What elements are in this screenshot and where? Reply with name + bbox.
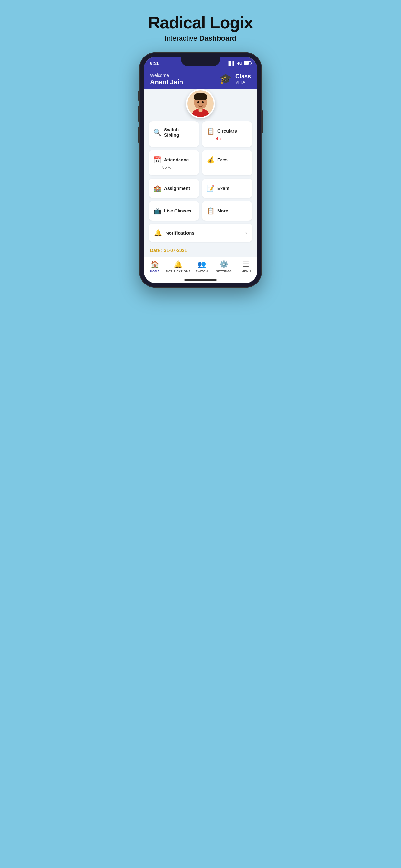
switch-sibling-icon: 🔍 — [153, 128, 161, 136]
settings-icon: ⚙️ — [220, 260, 228, 269]
notch — [181, 57, 220, 66]
side-btn-power — [262, 111, 263, 133]
side-btn-vol-up — [138, 105, 139, 122]
exam-card[interactable]: 📝 Exam — [202, 179, 252, 198]
class-text: Class VIII A — [235, 73, 251, 85]
side-btn-vol-down — [138, 127, 139, 143]
home-icon: 🏠 — [150, 260, 159, 269]
switch-sibling-label: Switch Sibling — [164, 127, 194, 137]
nav-home[interactable]: 🏠 HOME — [144, 260, 166, 273]
bottom-nav: 🏠 HOME 🔔 NOTIFICATIONS 👥 SWITCH ⚙️ SETTI… — [144, 257, 257, 279]
fees-icon: 💰 — [207, 156, 215, 164]
more-label: More — [217, 208, 228, 213]
exam-label: Exam — [217, 186, 229, 191]
attendance-card[interactable]: 📅 Attendance 85 % — [149, 150, 199, 175]
class-value: VIII A — [235, 80, 251, 85]
nav-notifications[interactable]: 🔔 NOTIFICATIONS — [166, 260, 190, 273]
app-title: Radical Logix — [148, 13, 253, 32]
svg-point-7 — [202, 101, 204, 103]
date-bar: Date : 31-07-2021 — [149, 245, 252, 257]
grid-row-4: 📺 Live Classes 📋 More — [149, 201, 252, 221]
nav-switch[interactable]: 👥 SWITCH — [190, 260, 213, 273]
assignment-icon: 🏫 — [153, 184, 161, 192]
status-icons: ▐▌▌ 4G — [227, 61, 251, 66]
notifications-nav-label: NOTIFICATIONS — [166, 270, 190, 273]
notif-left: 🔔 Notifications — [154, 229, 195, 237]
user-name: Anant Jain — [150, 79, 183, 86]
exam-icon: 📝 — [207, 184, 215, 192]
menu-nav-label: MENU — [242, 270, 251, 273]
live-classes-icon: 📺 — [153, 207, 161, 215]
switch-icon: 👥 — [197, 260, 206, 269]
live-classes-card[interactable]: 📺 Live Classes — [149, 201, 199, 221]
card-icon-row: 💰 Fees — [207, 156, 248, 164]
network-type: 4G — [237, 61, 242, 66]
home-bar — [184, 279, 217, 281]
phone-screen: 8:51 ▐▌▌ 4G Welcome Anant Jain 🎓 Class V… — [144, 57, 257, 283]
circulars-icon: 📋 — [207, 127, 215, 135]
card-icon-row: 📋 More — [207, 207, 248, 215]
menu-icon: ☰ — [243, 260, 249, 269]
grid-row-2: 📅 Attendance 85 % 💰 Fees — [149, 150, 252, 175]
phone-shell: 8:51 ▐▌▌ 4G Welcome Anant Jain 🎓 Class V… — [139, 52, 262, 288]
circulars-count: 4 ↓ — [216, 136, 248, 141]
svg-rect-5 — [194, 96, 207, 100]
notifications-bar[interactable]: 🔔 Notifications › — [149, 224, 252, 242]
chevron-right-icon: › — [245, 229, 247, 237]
page-header: Radical Logix Interactive Dashboard — [148, 13, 253, 42]
home-nav-label: HOME — [150, 270, 159, 273]
switch-sibling-card[interactable]: 🔍 Switch Sibling — [149, 121, 199, 147]
user-info: Welcome Anant Jain — [150, 73, 183, 86]
card-icon-row: 📋 Circulars — [207, 127, 248, 135]
assignment-label: Assignment — [164, 186, 190, 191]
svg-point-6 — [197, 101, 199, 103]
notifications-label: Notifications — [165, 230, 195, 236]
card-icon-row: 🔍 Switch Sibling — [153, 127, 194, 137]
profile-section — [149, 89, 252, 118]
live-classes-label: Live Classes — [164, 208, 191, 213]
more-card[interactable]: 📋 More — [202, 201, 252, 221]
grid-row-3: 🏫 Assignment 📝 Exam — [149, 179, 252, 198]
home-indicator — [144, 279, 257, 283]
notifications-icon: 🔔 — [154, 229, 162, 237]
attendance-sublabel: 85 % — [162, 165, 194, 169]
circulars-label: Circulars — [217, 128, 237, 134]
battery-icon — [244, 61, 251, 65]
class-info: 🎓 Class VIII A — [219, 73, 251, 85]
circulars-card[interactable]: 📋 Circulars 4 ↓ — [202, 121, 252, 147]
settings-nav-label: SETTINGS — [216, 270, 232, 273]
assignment-card[interactable]: 🏫 Assignment — [149, 179, 199, 198]
class-label: Class — [235, 73, 251, 80]
notifications-nav-icon: 🔔 — [174, 260, 182, 269]
graduation-icon: 🎓 — [219, 73, 232, 85]
welcome-label: Welcome — [150, 73, 183, 78]
card-icon-row: 🏫 Assignment — [153, 184, 194, 192]
grid-row-1: 🔍 Switch Sibling 📋 Circulars 4 ↓ — [149, 121, 252, 147]
fees-label: Fees — [217, 157, 227, 162]
nav-settings[interactable]: ⚙️ SETTINGS — [213, 260, 235, 273]
card-icon-row: 📺 Live Classes — [153, 207, 194, 215]
time: 8:51 — [150, 61, 158, 66]
card-icon-row: 📝 Exam — [207, 184, 248, 192]
signal-bars: ▐▌▌ — [227, 61, 235, 66]
nav-menu[interactable]: ☰ MENU — [235, 260, 257, 273]
fees-card[interactable]: 💰 Fees — [202, 150, 252, 175]
switch-nav-label: SWITCH — [195, 270, 208, 273]
attendance-icon: 📅 — [153, 156, 161, 164]
attendance-label: Attendance — [164, 157, 189, 162]
side-btn-silent — [138, 91, 139, 101]
app-subtitle: Interactive Dashboard — [148, 34, 253, 42]
avatar — [186, 89, 215, 118]
more-icon: 📋 — [207, 207, 215, 215]
content-area: 🔍 Switch Sibling 📋 Circulars 4 ↓ 📅 — [144, 89, 257, 257]
card-icon-row: 📅 Attendance — [153, 156, 194, 164]
